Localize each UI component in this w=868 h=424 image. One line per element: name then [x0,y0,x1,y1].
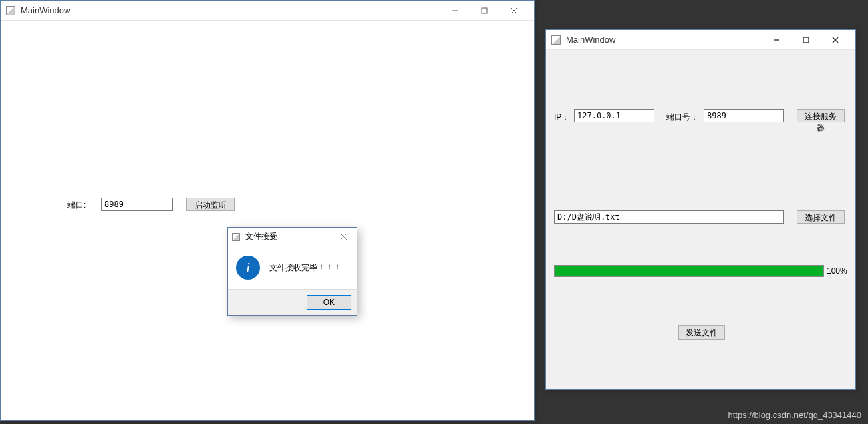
dialog-app-icon [232,233,240,241]
port-input[interactable] [704,109,784,122]
maximize-icon [481,7,488,14]
choose-file-button[interactable]: 选择文件 [797,210,845,224]
close-icon [511,7,517,14]
close-button[interactable] [821,31,850,49]
close-icon [832,37,839,43]
port-label: 端口: [67,200,86,211]
window-controls [762,31,850,49]
maximize-icon [803,37,809,43]
window-controls [440,1,529,20]
port-input[interactable] [101,198,173,211]
server-body: 端口: 启动监听 [1,21,534,420]
minimize-icon [452,7,458,14]
client-title: MainWindow [566,35,762,45]
client-body: IP： 端口号： 连接服务器 选择文件 100% 发送文件 [546,50,855,389]
dialog-titlebar[interactable]: 文件接受 [228,228,357,246]
minimize-button[interactable] [440,1,470,20]
file-receive-dialog: 文件接受 i 文件接收完毕！！！ OK [227,227,357,316]
watermark-text: https://blog.csdn.net/qq_43341440 [728,410,862,420]
server-titlebar[interactable]: MainWindow [1,1,534,21]
progress-fill [555,266,823,276]
minimize-icon [773,37,780,43]
client-titlebar[interactable]: MainWindow [546,30,855,50]
file-path-input[interactable] [554,210,784,224]
minimize-button[interactable] [762,31,791,49]
dialog-footer: OK [228,289,357,315]
app-icon [551,35,561,45]
connect-button[interactable]: 连接服务器 [797,109,845,122]
progress-bar [554,265,824,277]
server-title: MainWindow [21,5,440,15]
app-icon [6,6,15,15]
progress-text: 100% [827,266,847,276]
svg-rect-7 [803,37,809,43]
dialog-message: 文件接收完毕！！！ [269,262,341,274]
ip-label: IP： [554,112,569,123]
dialog-close-button[interactable] [334,229,353,245]
dialog-title: 文件接受 [245,231,334,242]
progress-wrap: 100% [554,265,847,277]
dialog-body: i 文件接收完毕！！！ [228,246,357,289]
port-label: 端口号： [666,112,698,123]
ok-button[interactable]: OK [307,295,351,310]
maximize-button[interactable] [791,31,821,49]
info-icon: i [236,256,260,280]
send-file-button[interactable]: 发送文件 [678,325,725,340]
close-button[interactable] [499,1,529,20]
listen-button[interactable]: 启动监听 [186,198,235,211]
maximize-button[interactable] [470,1,499,20]
server-window: MainWindow 端口: 启动监听 [0,0,535,421]
ip-input[interactable] [574,109,654,122]
svg-rect-1 [482,8,487,13]
client-window: MainWindow IP： 端口号： 连接服务器 选择文件 100% 发送 [545,29,856,390]
close-icon [341,234,347,240]
